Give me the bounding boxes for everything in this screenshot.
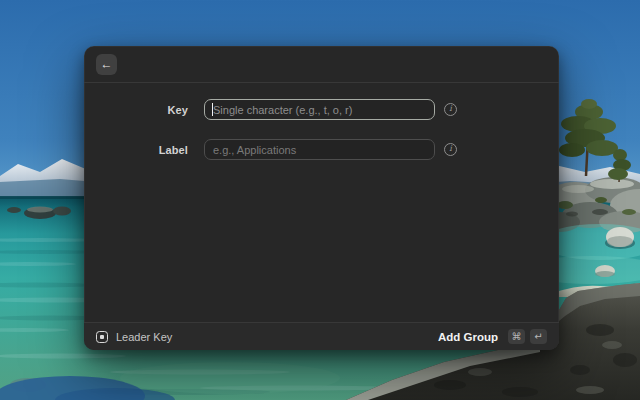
label-field-row: Label i xyxy=(84,139,559,160)
command-key-icon: ⌘ xyxy=(508,329,525,344)
text-caret xyxy=(212,103,213,116)
label-field-label: Label xyxy=(84,144,188,156)
leader-key-window: ← Key i Label i Leader Key Add Group ⌘ xyxy=(84,46,559,350)
label-input-wrap xyxy=(204,139,435,160)
logo-dot xyxy=(100,335,104,339)
back-arrow-icon: ← xyxy=(101,54,113,75)
key-input[interactable] xyxy=(204,99,435,120)
footer-app-identity: Leader Key xyxy=(96,331,172,343)
key-input-wrap xyxy=(204,99,435,120)
key-info-icon[interactable]: i xyxy=(444,103,457,116)
app-name: Leader Key xyxy=(116,331,172,343)
window-titlebar: ← xyxy=(84,46,559,83)
footer-actions: Add Group ⌘ ↵ xyxy=(438,329,547,344)
window-footer: Leader Key Add Group ⌘ ↵ xyxy=(84,322,559,350)
label-input[interactable] xyxy=(204,139,435,160)
form-content: Key i Label i xyxy=(84,83,559,322)
back-button[interactable]: ← xyxy=(96,54,117,75)
label-info-icon[interactable]: i xyxy=(444,143,457,156)
add-group-button[interactable]: Add Group xyxy=(438,331,498,343)
key-field-label: Key xyxy=(84,104,188,116)
key-field-row: Key i xyxy=(84,99,559,120)
return-key-icon: ↵ xyxy=(530,329,547,344)
leader-key-logo-icon xyxy=(96,331,108,343)
